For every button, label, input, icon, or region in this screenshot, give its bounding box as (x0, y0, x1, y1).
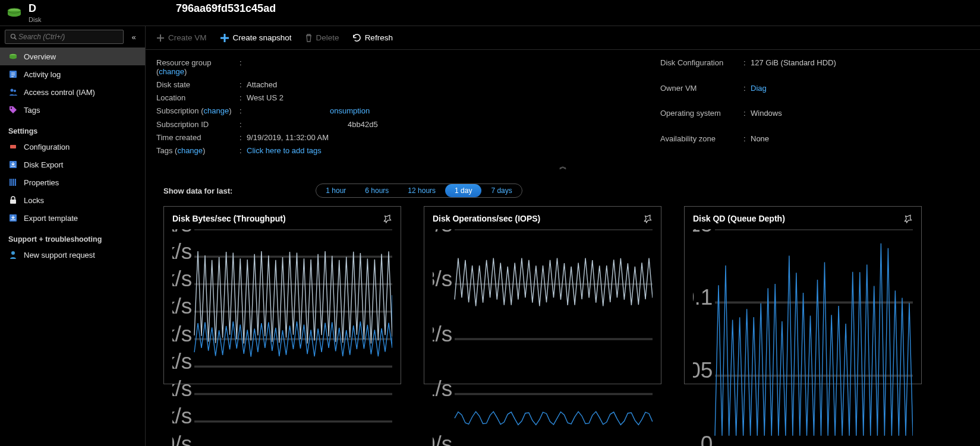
sidebar-item-label: Locks (24, 196, 44, 205)
chart-title: Disk QD (Queue Depth) (693, 214, 785, 223)
chart-plot[interactable]: 4/s3/s2/s1/s0/s6 PMOct 146 AM12 PM (433, 229, 653, 446)
sidebar-item-overview[interactable]: Overview (0, 48, 145, 65)
trash-icon (305, 34, 313, 42)
time-range-option[interactable]: 1 day (445, 184, 481, 197)
sidebar-item-label: Tags (24, 106, 40, 115)
support-icon (8, 250, 18, 260)
refresh-icon (352, 33, 361, 42)
sidebar-item-label: Access control (IAM) (24, 88, 95, 97)
disk-icon (8, 52, 18, 61)
property-value: 4bb42d5 (247, 120, 660, 129)
sidebar-item-label: Overview (24, 52, 56, 61)
refresh-button[interactable]: Refresh (352, 33, 393, 42)
sidebar-item-activity[interactable]: Activity log (0, 65, 145, 83)
page-subtitle: Disk (29, 16, 41, 23)
time-range-pills: 1 hour6 hours12 hours1 day7 days (316, 184, 522, 198)
chart-title: Disk Operations/sec (IOPS) (433, 214, 540, 223)
sidebar-group-title: Support + troubleshooting (0, 227, 145, 246)
pin-icon[interactable] (902, 212, 915, 225)
sidebar-item-locks[interactable]: Locks (0, 191, 145, 209)
sidebar-item-properties[interactable]: Properties (0, 173, 145, 191)
chart-plot[interactable]: 160k/s140k/s120k/s100k/s80k/s60k/s40k/s2… (172, 229, 392, 446)
property-value: West US 2 (247, 93, 660, 102)
search-input-wrapper[interactable] (5, 30, 124, 44)
create-snapshot-button[interactable]: Create snapshot (220, 33, 292, 43)
change-link[interactable]: change (203, 106, 229, 115)
chart-title: Disk Bytes/sec (Throughput) (172, 214, 286, 223)
svg-point-7 (14, 90, 16, 92)
svg-point-13 (11, 251, 15, 255)
svg-rect-11 (10, 200, 16, 204)
property-value: 127 GiB (Standard HDD) (751, 58, 969, 67)
sidebar-item-label: New support request (24, 251, 95, 260)
sidebar-item-tags[interactable]: Tags (0, 101, 145, 119)
sidebar-item-label: Properties (24, 178, 59, 187)
delete-button: Delete (305, 33, 339, 42)
people-icon (8, 87, 18, 97)
disk-icon (6, 5, 23, 21)
search-icon (10, 33, 17, 40)
chart-card: Disk Bytes/sec (Throughput) 160k/s140k/s… (163, 206, 401, 384)
change-link[interactable]: change (159, 67, 184, 76)
download-icon (8, 160, 18, 169)
create-vm-button: Create VM (156, 33, 207, 42)
sidebar-item-label: Configuration (24, 143, 70, 151)
tag-icon (8, 105, 18, 115)
svg-point-2 (11, 34, 15, 39)
pin-icon[interactable] (641, 212, 654, 225)
time-range-option[interactable]: 7 days (481, 184, 521, 197)
property-value: Diag (751, 84, 969, 93)
sidebar: « Overview Activity log Access control (… (0, 26, 146, 446)
collapse-chevron-icon[interactable]: ︽ (146, 161, 980, 172)
sidebar-item-label: Export template (24, 214, 78, 223)
svg-point-8 (11, 107, 12, 109)
sidebar-item-label: Activity log (24, 70, 61, 79)
sidebar-item-export[interactable]: Disk Export (0, 156, 145, 173)
svg-line-3 (15, 38, 17, 40)
change-link[interactable]: change (177, 146, 203, 155)
toolbar: Create VM Create snapshot Delete Refresh (146, 26, 980, 50)
property-link[interactable]: Click here to add tags (247, 146, 322, 155)
gear-icon (8, 142, 18, 151)
sidebar-item-configuration[interactable]: Configuration (0, 138, 145, 156)
sidebar-item-iam[interactable]: Access control (IAM) (0, 83, 145, 101)
time-range-option[interactable]: 6 hours (355, 184, 398, 197)
property-value: Click here to add tags (247, 146, 660, 155)
time-range-option[interactable]: 1 hour (316, 184, 355, 197)
properties-panel: Resource group (change):Disk state:Attac… (146, 50, 980, 161)
property-link[interactable]: onsumption (330, 106, 370, 115)
props-icon (8, 178, 18, 187)
collapse-sidebar-icon[interactable]: « (127, 33, 140, 42)
property-value: onsumption (247, 106, 660, 116)
chart-plot[interactable]: 0.150.10.0506 PMOct 146 AM12 PM (693, 229, 913, 446)
lock-icon (8, 195, 18, 205)
plus-icon (220, 33, 229, 43)
pin-icon[interactable] (381, 212, 394, 225)
sidebar-item-support[interactable]: New support request (0, 246, 145, 264)
property-link[interactable]: Diag (751, 84, 767, 93)
log-icon (8, 69, 18, 79)
page-title: D796aa69fd531c45ad (29, 2, 276, 15)
download-icon (8, 213, 18, 223)
property-value: Windows (751, 109, 969, 118)
sidebar-item-template[interactable]: Export template (0, 209, 145, 227)
property-value: Attached (247, 80, 660, 89)
svg-rect-9 (10, 145, 16, 148)
page-header: D796aa69fd531c45ad Disk (0, 0, 980, 26)
property-value (247, 58, 660, 68)
time-range-label: Show data for last: (163, 186, 232, 195)
time-range-option[interactable]: 12 hours (398, 184, 445, 197)
chart-card: Disk QD (Queue Depth) 0.150.10.0506 PMOc… (684, 206, 922, 384)
chart-card: Disk Operations/sec (IOPS) 4/s3/s2/s1/s0… (424, 206, 661, 384)
svg-point-6 (11, 89, 14, 92)
plus-icon (156, 34, 165, 42)
sidebar-item-label: Disk Export (24, 160, 63, 169)
property-value: 9/19/2019, 11:32:00 AM (247, 133, 660, 142)
search-input[interactable] (17, 32, 118, 42)
property-value: None (751, 134, 969, 143)
sidebar-group-title: Settings (0, 119, 145, 138)
